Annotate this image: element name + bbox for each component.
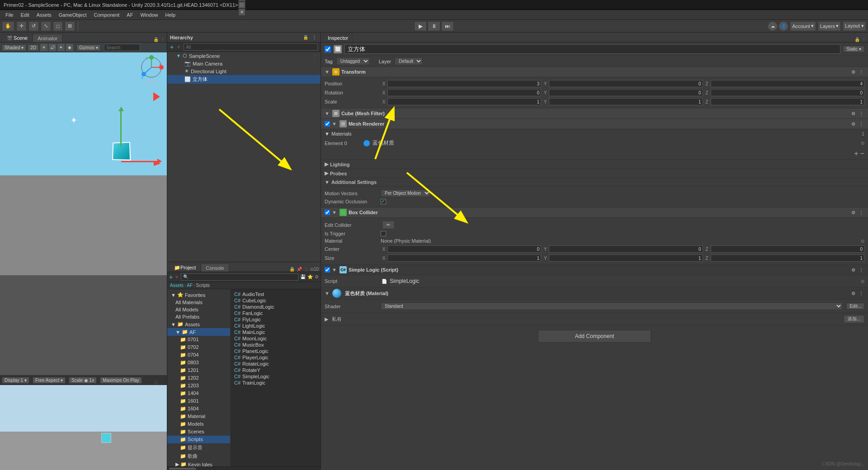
bluemat-header[interactable]: ▼ 蓝色材质 (Material) ⚙ ⋮ bbox=[321, 287, 868, 300]
center-z-input[interactable] bbox=[711, 245, 864, 253]
boxcollider-toggle[interactable] bbox=[325, 210, 330, 215]
rot-x-input[interactable] bbox=[387, 89, 541, 96]
maximize-btn[interactable]: □ bbox=[238, 1, 245, 9]
tree-1601[interactable]: 📁 1601 bbox=[167, 397, 230, 405]
simplelogic-more[interactable]: ⋮ bbox=[858, 268, 864, 273]
light-toggle[interactable]: ☀ bbox=[40, 44, 47, 51]
tree-1202[interactable]: 📁 1202 bbox=[167, 374, 230, 382]
scene-lock-icon[interactable]: 🔒 bbox=[153, 37, 159, 42]
hierarchy-item-cube[interactable]: ⬜ 立方体 bbox=[167, 75, 321, 84]
tree-models[interactable]: 📁 Models bbox=[167, 420, 230, 428]
scene-more-icon[interactable]: ⋮ bbox=[160, 37, 165, 42]
close-btn[interactable]: ✕ bbox=[238, 9, 245, 16]
rot-z-input[interactable] bbox=[711, 89, 864, 96]
file-simplelogic[interactable]: C# SimpleLogic bbox=[232, 373, 319, 380]
scene-search-input[interactable] bbox=[104, 44, 140, 51]
tree-material[interactable]: 📁 Material bbox=[167, 413, 230, 420]
breadcrumb-assets[interactable]: Assets bbox=[170, 283, 184, 288]
audio-toggle[interactable]: 🔊 bbox=[49, 44, 56, 51]
sky-toggle[interactable]: ◉ bbox=[66, 44, 73, 51]
tree-1203[interactable]: 📁 1203 bbox=[167, 382, 230, 390]
scrollbar-thumb[interactable] bbox=[169, 468, 196, 470]
file-planetlogic[interactable]: C# PlanetLogic bbox=[232, 348, 319, 354]
scene-gizmos-btn[interactable]: Gizmos ▾ bbox=[76, 44, 101, 51]
tree-0701[interactable]: 📁 0701 bbox=[167, 336, 230, 343]
motion-vectors-select[interactable]: Per Object Motion bbox=[381, 189, 431, 197]
display-dropdown[interactable]: Display 1 ▾ bbox=[2, 377, 29, 384]
tree-assets[interactable]: ▼ 📁 Assets bbox=[167, 320, 230, 328]
file-trainlogic[interactable]: C# TrainLogic bbox=[232, 380, 319, 386]
tag-dropdown[interactable]: Untagged bbox=[336, 57, 370, 65]
bluemat-settings[interactable]: ⚙ bbox=[850, 291, 856, 296]
meshfilter-header[interactable]: ▼ ⊞ Cube (Mesh Filter) ⚙ ⋮ bbox=[321, 108, 868, 119]
tree-0704[interactable]: 📁 0704 bbox=[167, 351, 230, 359]
menu-help[interactable]: Help bbox=[162, 11, 179, 19]
inspector-lock[interactable]: 🔒 bbox=[854, 37, 860, 42]
account-dropdown[interactable]: Account ▾ bbox=[790, 21, 816, 31]
pos-y-input[interactable] bbox=[549, 80, 703, 87]
simplelogic-header[interactable]: ▼ C# Simple Logic (Script) ⚙ ⋮ bbox=[321, 265, 868, 275]
aspect-dropdown[interactable]: Free Aspect ▾ bbox=[33, 377, 66, 384]
size-x-input[interactable] bbox=[387, 254, 541, 262]
tree-all-models[interactable]: All Models bbox=[167, 306, 230, 313]
object-active-toggle[interactable] bbox=[325, 46, 331, 52]
menu-window[interactable]: Window bbox=[137, 11, 161, 19]
toolbar-transform[interactable]: ⊞ bbox=[65, 21, 75, 31]
menu-af[interactable]: AF bbox=[123, 11, 137, 19]
layers-dropdown[interactable]: Layers ▾ bbox=[818, 21, 841, 31]
pos-z-input[interactable] bbox=[711, 80, 864, 87]
edit-collider-btn[interactable]: ✏ bbox=[382, 221, 394, 229]
tree-songs[interactable]: 📁 歌曲 bbox=[167, 452, 230, 461]
layer-dropdown[interactable]: Default bbox=[395, 57, 423, 65]
mat-remove-btn[interactable]: − bbox=[860, 150, 864, 158]
tree-0702[interactable]: 📁 0702 bbox=[167, 343, 230, 351]
meshrenderer-settings[interactable]: ⚙ bbox=[850, 122, 856, 127]
file-cubelogic[interactable]: C# CubeLogic bbox=[232, 297, 319, 304]
size-y-input[interactable] bbox=[549, 254, 703, 262]
file-fanlogic[interactable]: C# FanLogic bbox=[232, 310, 319, 316]
scale-x-input[interactable] bbox=[387, 98, 541, 105]
boxcollider-settings[interactable]: ⚙ bbox=[850, 210, 856, 215]
transform-component-header[interactable]: ▼ ⊕ Transform ⚙ ⋮ bbox=[321, 67, 868, 77]
tab-console[interactable]: Console bbox=[201, 263, 229, 272]
scale-y-input[interactable] bbox=[549, 98, 703, 105]
hierarchy-item-dirlight[interactable]: ☀ Directional Light bbox=[167, 67, 321, 75]
hierarchy-add-btn[interactable]: + bbox=[170, 43, 174, 51]
pos-x-input[interactable] bbox=[387, 80, 541, 87]
tree-1201[interactable]: 📁 1201 bbox=[167, 367, 230, 374]
menu-assets[interactable]: Assets bbox=[33, 11, 55, 19]
center-y-input[interactable] bbox=[549, 245, 703, 253]
add-component-button[interactable]: Add Component bbox=[538, 330, 651, 343]
project-lock[interactable]: 🔒 bbox=[289, 267, 295, 272]
tree-1604[interactable]: 📁 1604 bbox=[167, 405, 230, 413]
file-moonlogic[interactable]: C# MoonLogic bbox=[232, 335, 319, 342]
file-mainlogic[interactable]: C# MainLogic bbox=[232, 329, 319, 335]
project-star-icon[interactable]: ⭐ bbox=[307, 274, 313, 279]
scale-control[interactable]: Scale ◉ 1x bbox=[69, 377, 97, 384]
hierarchy-item-maincamera[interactable]: 📷 Main Camera bbox=[167, 60, 321, 67]
hierarchy-lock[interactable]: 🔒 bbox=[302, 35, 310, 40]
tree-0803[interactable]: 📁 0803 bbox=[167, 359, 230, 367]
simplelogic-settings[interactable]: ⚙ bbox=[850, 268, 856, 273]
menu-file[interactable]: File bbox=[2, 11, 17, 19]
samplescene-more[interactable]: ⋮ bbox=[312, 53, 317, 58]
file-musicbox[interactable]: C# MusicBox bbox=[232, 342, 319, 348]
tab-inspector[interactable]: Inspector bbox=[323, 34, 353, 42]
dynamic-occlusion-checkbox[interactable] bbox=[381, 199, 386, 204]
transform-settings[interactable]: ⚙ bbox=[850, 70, 856, 75]
breadcrumb-af[interactable]: AF bbox=[187, 283, 193, 288]
hierarchy-item-samplescene[interactable]: ▼ ⬡ SampleScene ⋮ bbox=[167, 52, 321, 60]
file-rotatelogic[interactable]: C# RotateLogic bbox=[232, 361, 319, 367]
file-diamondlogic[interactable]: C# DiamondLogic bbox=[232, 304, 319, 310]
script-select-btn[interactable]: ⊙ bbox=[861, 279, 864, 284]
transform-more[interactable]: ⋮ bbox=[858, 70, 864, 75]
simplelogic-toggle[interactable] bbox=[325, 267, 330, 273]
project-save-icon[interactable]: 💾 bbox=[300, 274, 306, 279]
project-more[interactable]: ⋮ bbox=[304, 267, 308, 272]
project-add-btn[interactable]: + bbox=[169, 273, 173, 281]
shader-select[interactable]: Standard bbox=[381, 302, 843, 310]
shader-edit-btn[interactable]: Edit... bbox=[846, 303, 864, 310]
tab-scene[interactable]: 🎬 Scene bbox=[2, 34, 33, 42]
rot-y-input[interactable] bbox=[549, 89, 703, 96]
tree-af[interactable]: ▼ 📁 AF bbox=[167, 328, 230, 336]
